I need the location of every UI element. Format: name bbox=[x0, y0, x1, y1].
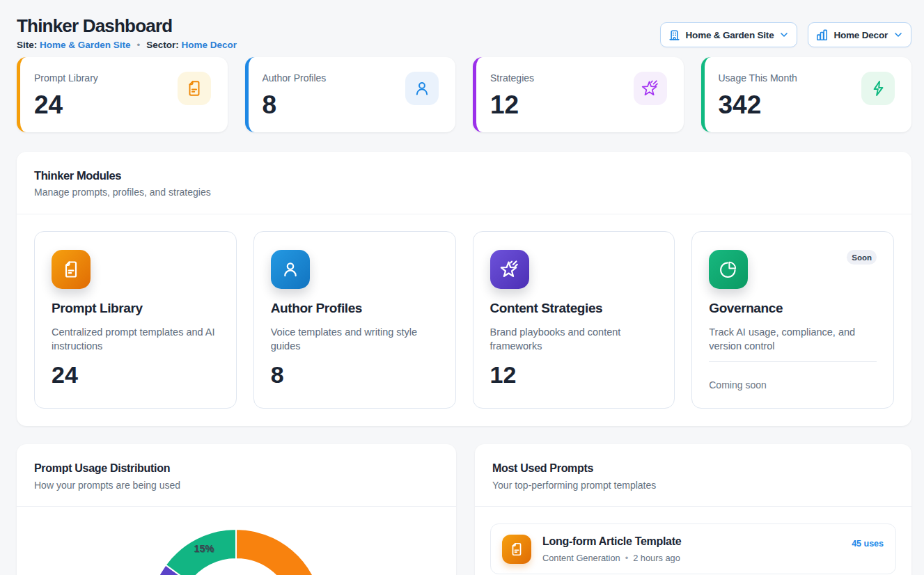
svg-text:15%: 15% bbox=[194, 543, 214, 554]
